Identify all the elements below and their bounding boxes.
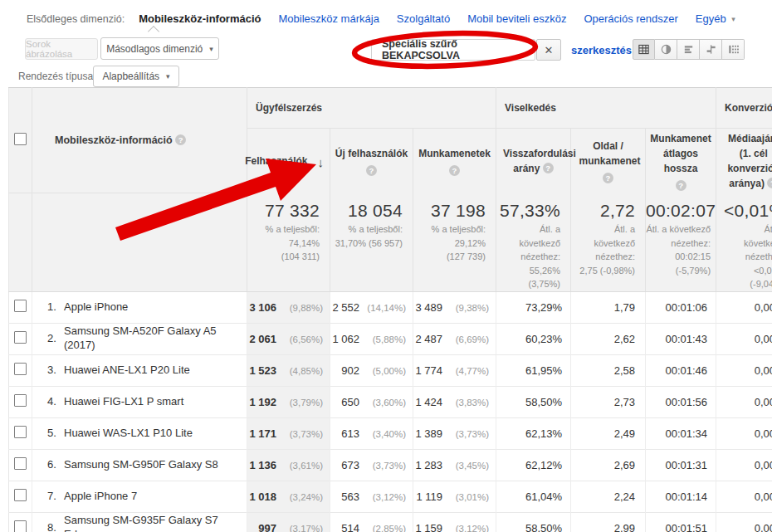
totals-bounce-rate: 57,33% Átl. a következő nézethez: 55,26%… — [496, 193, 571, 291]
totals-pages-per-session: 2,72 Átl. a következő nézethez: 2,75 (-0… — [571, 193, 646, 291]
advanced-filter-badge[interactable]: Speciális szűrő BEKAPCSOLVA — [371, 39, 535, 61]
row-rank: 6. — [33, 458, 64, 472]
select-all-checkbox[interactable] — [14, 133, 27, 145]
new-users-cell: 1 062(5,88%) — [330, 323, 413, 354]
totals-select-cell — [9, 193, 32, 291]
users-header-label: Felhasználók — [245, 154, 307, 168]
table-view-icon — [638, 43, 650, 56]
column-header-bounce-rate[interactable]: Visszafordulási arány ? — [496, 129, 571, 193]
table-row: 4. Huawei FIG-LX1 P smart 1 192(3,79%) 6… — [9, 386, 772, 417]
bounce-rate-cell: 73,29% — [496, 291, 571, 323]
pages-per-session-cell: 2,49 — [571, 417, 646, 449]
sort-type-button[interactable]: Alapbeállítás ▾ — [93, 66, 179, 87]
active-tab-notch — [148, 26, 159, 37]
filter-clear-button[interactable]: ✕ — [536, 39, 561, 61]
device-name: Apple iPhone 7 — [64, 490, 246, 504]
device-name: Samsung SM-G935F Galaxy S7 Edge — [64, 514, 246, 532]
row-checkbox-cell — [9, 417, 32, 449]
row-checkbox[interactable] — [14, 363, 27, 375]
dimension-tab[interactable]: Szolgáltató — [397, 12, 450, 25]
session-duration-cell: 00:01:46 — [646, 354, 716, 386]
column-header-new-users[interactable]: Új felhasználók ? — [330, 129, 413, 193]
bounce-rate-cell: 58,50% — [496, 386, 571, 417]
device-name-cell: 6. Samsung SM-G950F Galaxy S8 — [32, 449, 247, 481]
chevron-down-icon: ▾ — [731, 15, 735, 23]
pie-chart-icon — [660, 43, 672, 56]
sort-desc-icon: ↓ — [318, 154, 325, 173]
secondary-dimension-button[interactable]: Másodlagos dimenzió ▾ — [100, 37, 219, 60]
row-checkbox[interactable] — [14, 300, 27, 312]
totals-conversion: <0,01% Átl. a következő nézethez: <0,01%… — [716, 193, 772, 291]
plot-rows-label: Sorok ábrázolása — [26, 39, 97, 59]
device-name-cell: 8. Samsung SM-G935F Galaxy S7 Edge — [32, 512, 247, 532]
device-name: Samsung SM-A520F Galaxy A5 (2017) — [64, 325, 246, 353]
help-icon: ? — [676, 180, 686, 191]
device-name-cell: 4. Huawei FIG-LX1 P smart — [32, 386, 247, 417]
dimension-tab[interactable]: Mobil beviteli eszköz — [467, 12, 566, 25]
users-cell: 997(3,17%) — [247, 512, 330, 532]
percentage-view-button[interactable] — [655, 39, 677, 60]
table-row: 1. Apple iPhone 3 106(9,88%) 2 552(14,14… — [9, 291, 772, 323]
table-row: 2. Samsung SM-A520F Galaxy A5 (2017) 2 0… — [9, 323, 772, 354]
pages-per-session-cell: 2,62 — [571, 323, 646, 354]
dimension-tab[interactable]: Egyéb ▾ — [696, 12, 735, 25]
row-rank: 4. — [33, 395, 64, 409]
row-checkbox[interactable] — [14, 457, 27, 470]
session-duration-cell: 00:01:14 — [646, 481, 716, 512]
dimension-tabs: Mobileszköz-információMobileszköz márkáj… — [139, 12, 735, 25]
help-icon: ? — [767, 178, 772, 188]
new-users-cell: 673(3,73%) — [330, 449, 413, 481]
row-rank: 7. — [33, 490, 64, 504]
advanced-filter-label: Speciális szűrő BEKAPCSOLVA — [382, 38, 535, 61]
help-icon: ? — [603, 173, 613, 183]
users-cell: 1 018(3,24%) — [247, 481, 330, 512]
pages-per-session-cell: 2,24 — [571, 481, 646, 512]
row-checkbox[interactable] — [14, 394, 27, 407]
help-icon: ? — [449, 165, 460, 176]
session-duration-cell: 00:01:43 — [646, 323, 716, 354]
users-cell: 2 061(6,56%) — [247, 323, 330, 354]
pages-per-session-cell: 2,58 — [571, 354, 646, 386]
row-checkbox[interactable] — [14, 331, 27, 344]
dimension-tab: Mobileszköz-információ — [139, 12, 261, 25]
conversion-cell: 0,00% — [716, 512, 772, 532]
row-checkbox[interactable] — [14, 520, 27, 532]
table-row: 5. Huawei WAS-LX1 P10 Lite 1 171(3,73%) … — [9, 417, 772, 449]
row-rank: 5. — [33, 427, 64, 441]
comparison-view-button[interactable] — [700, 39, 722, 60]
group-header-behavior: Viselkedés — [496, 88, 716, 129]
totals-sessions: 37 198 % a teljesből: 29,12% (127 739) — [413, 193, 496, 291]
column-header-pages-per-session[interactable]: Oldal / munkamenet ? — [571, 129, 646, 193]
row-checkbox[interactable] — [14, 426, 27, 438]
plot-rows-button: Sorok ábrázolása — [25, 38, 98, 60]
sessions-cell: 1 119(3,01%) — [413, 481, 496, 512]
filter-edit-link[interactable]: szerkesztés — [571, 44, 632, 56]
column-header-session-duration[interactable]: Munkamenet átlagos hossza ? — [646, 129, 716, 193]
session-duration-cell: 00:01:56 — [646, 386, 716, 417]
row-rank: 3. — [33, 364, 64, 378]
row-checkbox[interactable] — [14, 489, 27, 501]
column-header-sessions[interactable]: Munkamenetek ? — [413, 129, 496, 193]
table-view-button[interactable] — [633, 39, 655, 60]
dimension-tab[interactable]: Mobileszköz márkája — [278, 12, 379, 25]
sessions-cell: 1 424(3,83%) — [413, 386, 496, 417]
dimension-header-label: Mobileszköz-információ — [55, 134, 173, 146]
device-name-cell: 5. Huawei WAS-LX1 P10 Lite — [32, 417, 247, 449]
new-users-cell: 650(3,60%) — [330, 386, 413, 417]
analytics-report-page: { "colors": { "link_blue": "#1155cc", "a… — [0, 0, 772, 532]
device-name: Apple iPhone — [64, 300, 246, 315]
primary-dimension-label: Elsődleges dimenzió: — [27, 13, 125, 25]
row-rank: 8. — [33, 521, 64, 532]
select-all-cell — [9, 88, 32, 193]
session-duration-cell: 00:01:06 — [646, 291, 716, 323]
chevron-down-icon: ▾ — [166, 72, 170, 81]
dimension-tab[interactable]: Operációs rendszer — [584, 12, 677, 25]
column-header-users[interactable]: Felhasználók ↓ — [247, 129, 330, 193]
bounce-rate-cell: 58,50% — [496, 512, 571, 532]
device-name-cell: 3. Huawei ANE-LX1 P20 Lite — [32, 354, 247, 386]
column-header-conversion-rate[interactable]: Médiaajánl (1. cél konverziós aránya) ? — [716, 129, 772, 193]
users-cell: 3 106(9,88%) — [247, 291, 330, 323]
pivot-view-button[interactable] — [722, 39, 745, 60]
performance-view-button[interactable] — [677, 39, 700, 60]
sessions-cell: 1 774(4,77%) — [413, 354, 496, 386]
